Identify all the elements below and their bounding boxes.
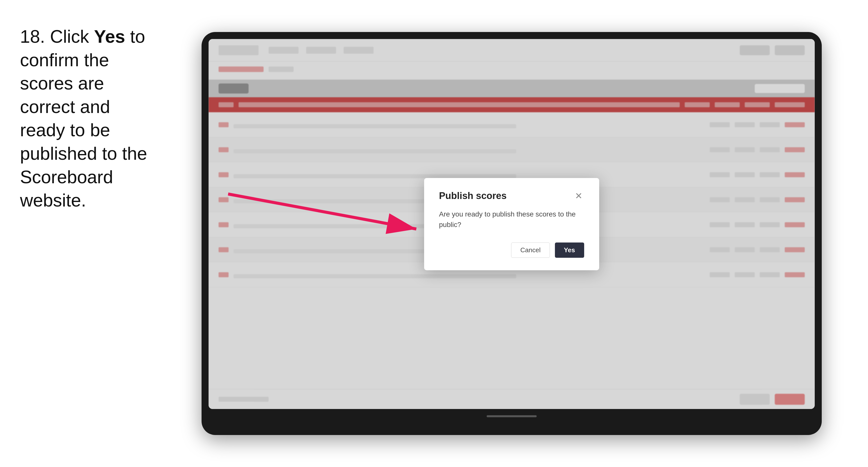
modal-close-button[interactable]: ✕ xyxy=(573,190,584,201)
bold-yes: Yes xyxy=(94,27,125,46)
tablet-screen: Publish scores ✕ Are you ready to publis… xyxy=(209,39,815,409)
step-number: 18. xyxy=(20,27,45,46)
instruction-panel: 18. Click Yes to confirm the scores are … xyxy=(20,15,175,212)
tablet-frame: Publish scores ✕ Are you ready to publis… xyxy=(202,32,822,435)
modal-dialog: Publish scores ✕ Are you ready to publis… xyxy=(424,178,599,270)
page-container: 18. Click Yes to confirm the scores are … xyxy=(0,0,868,467)
modal-footer: Cancel Yes xyxy=(439,243,584,258)
home-indicator xyxy=(487,415,537,417)
modal-message: Are you ready to publish these scores to… xyxy=(439,209,584,230)
instruction-text: 18. Click Yes to confirm the scores are … xyxy=(20,25,160,212)
modal-cancel-button[interactable]: Cancel xyxy=(511,243,550,258)
modal-header: Publish scores ✕ xyxy=(439,190,584,201)
modal-yes-button[interactable]: Yes xyxy=(555,243,584,258)
text-after-bold: to confirm the scores are correct and re… xyxy=(20,27,147,210)
tablet-wrapper: Publish scores ✕ Are you ready to publis… xyxy=(175,32,848,435)
text-before-bold: Click xyxy=(45,27,94,46)
modal-body: Are you ready to publish these scores to… xyxy=(439,209,584,230)
tablet-home-bar xyxy=(209,412,815,420)
modal-overlay: Publish scores ✕ Are you ready to publis… xyxy=(209,39,815,409)
modal-title: Publish scores xyxy=(439,190,507,201)
